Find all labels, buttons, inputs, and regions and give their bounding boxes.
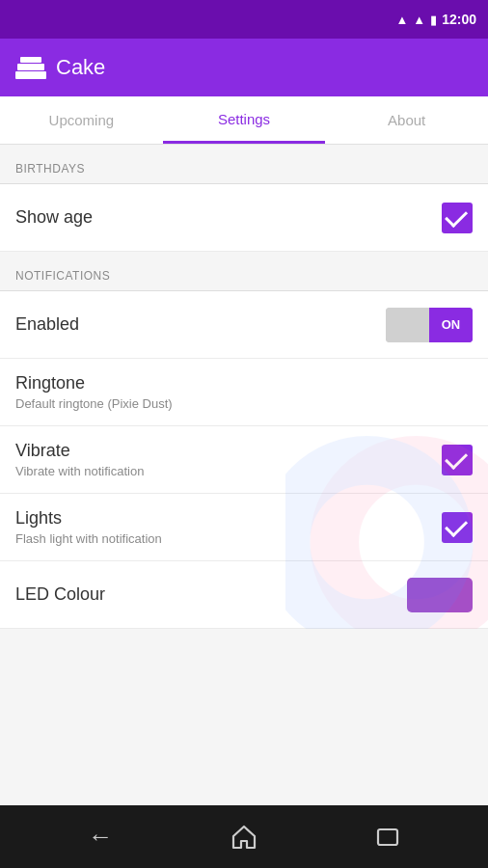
- vibrate-row[interactable]: Vibrate Vibrate with notification: [0, 426, 488, 494]
- enabled-row[interactable]: Enabled ON: [0, 291, 488, 359]
- wifi-icon: ▲: [395, 13, 408, 27]
- enabled-text: Enabled: [15, 314, 79, 335]
- status-time: 12:00: [442, 12, 476, 27]
- recents-icon: [376, 827, 399, 847]
- show-age-checkbox[interactable]: [442, 203, 473, 233]
- ringtone-subtitle: Default ringtone (Pixie Dust): [15, 396, 173, 411]
- ringtone-row[interactable]: Ringtone Default ringtone (Pixie Dust): [0, 359, 488, 426]
- app-title: Cake: [56, 55, 105, 80]
- back-arrow-icon: ←: [88, 822, 113, 852]
- app-logo: Cake: [15, 52, 105, 83]
- svg-marker-5: [233, 827, 255, 848]
- notifications-section-header: NOTIFICATIONS: [0, 252, 488, 290]
- app-bar: Cake: [0, 39, 488, 96]
- settings-content: BIRTHDAYS Show age NOTIFICATIONS Enabled…: [0, 145, 488, 629]
- cake-logo-icon: [15, 52, 46, 83]
- svg-rect-1: [17, 64, 44, 70]
- battery-icon: ▮: [430, 13, 437, 27]
- status-icons: ▲ ▲ ▮ 12:00: [395, 12, 476, 27]
- svg-rect-2: [20, 57, 41, 63]
- vibrate-label: Vibrate: [15, 441, 144, 461]
- nav-tabs: Upcoming Settings About: [0, 96, 488, 145]
- birthdays-section-header: BIRTHDAYS: [0, 145, 488, 183]
- show-age-row[interactable]: Show age: [0, 184, 488, 252]
- lights-checkbox[interactable]: [442, 512, 473, 543]
- toggle-off-part: [386, 308, 429, 342]
- tab-settings[interactable]: Settings: [163, 96, 326, 144]
- led-colour-row[interactable]: LED Colour: [0, 561, 488, 629]
- lights-subtitle: Flash light with notification: [15, 531, 162, 546]
- show-age-text: Show age: [15, 207, 93, 228]
- enabled-toggle[interactable]: ON: [386, 308, 473, 342]
- toggle-on-label: ON: [442, 317, 461, 332]
- lights-text: Lights Flash light with notification: [15, 508, 162, 546]
- nav-bar: ←: [0, 805, 488, 868]
- enabled-label: Enabled: [15, 314, 79, 335]
- led-colour-swatch[interactable]: [407, 578, 473, 612]
- home-icon: [231, 825, 257, 850]
- ringtone-text: Ringtone Default ringtone (Pixie Dust): [15, 373, 173, 411]
- led-colour-label: LED Colour: [15, 584, 105, 605]
- ringtone-label: Ringtone: [15, 373, 173, 393]
- tab-about[interactable]: About: [325, 96, 488, 144]
- svg-rect-0: [15, 71, 46, 79]
- vibrate-subtitle: Vibrate with notification: [15, 464, 144, 478]
- show-age-label: Show age: [15, 207, 93, 228]
- status-bar: ▲ ▲ ▮ 12:00: [0, 0, 488, 39]
- back-button[interactable]: ←: [76, 813, 124, 861]
- signal-icon: ▲: [413, 13, 425, 27]
- tab-upcoming[interactable]: Upcoming: [0, 96, 163, 144]
- vibrate-text: Vibrate Vibrate with notification: [15, 441, 144, 478]
- toggle-on-part: ON: [429, 308, 473, 342]
- svg-rect-6: [378, 829, 397, 845]
- lights-row[interactable]: Lights Flash light with notification: [0, 494, 488, 561]
- home-button[interactable]: [220, 813, 268, 861]
- recents-button[interactable]: [364, 813, 412, 861]
- lights-label: Lights: [15, 508, 162, 529]
- vibrate-checkbox[interactable]: [442, 445, 473, 475]
- led-colour-text: LED Colour: [15, 584, 105, 605]
